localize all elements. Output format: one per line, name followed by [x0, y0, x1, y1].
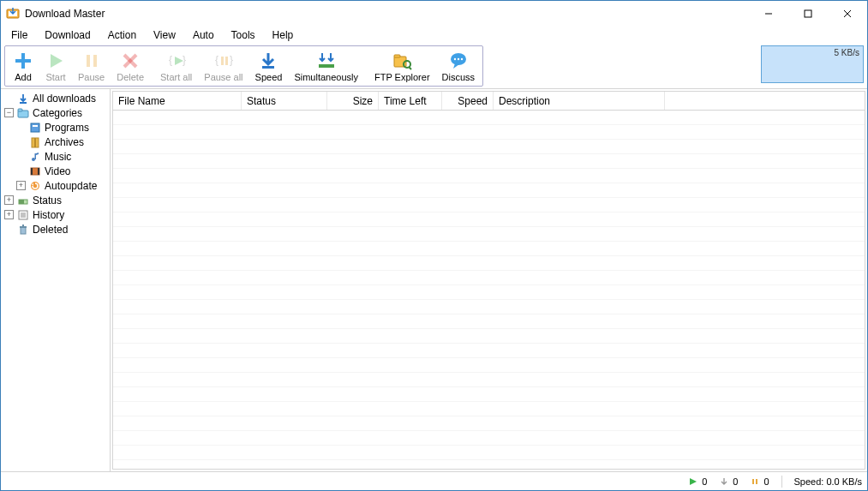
empty-row: [113, 169, 865, 183]
status-speed-text: Speed: 0.0 KB/s: [794, 476, 863, 487]
pause-label: Pause: [78, 72, 105, 82]
tree-node-deleted[interactable]: Deleted: [3, 222, 110, 237]
downloads-icon: [16, 92, 30, 105]
startall-button: {}Start all: [154, 48, 198, 85]
svg-line-25: [409, 67, 411, 69]
pause-icon: [81, 51, 102, 71]
collapser-icon[interactable]: −: [4, 108, 14, 117]
ftpexplorer-icon: [392, 51, 412, 71]
empty-row: [113, 125, 865, 140]
start-button: Start: [39, 48, 72, 85]
svg-rect-56: [756, 479, 757, 484]
svg-rect-52: [20, 226, 27, 228]
app-icon: [6, 7, 20, 21]
folder-icon: [16, 106, 30, 120]
svg-point-38: [32, 158, 35, 161]
menu-help[interactable]: Help: [266, 27, 301, 43]
tree-node-archives[interactable]: Archives: [3, 135, 110, 149]
column-speed[interactable]: Speed: [442, 92, 494, 110]
svg-rect-51: [21, 227, 26, 234]
simultaneously-button[interactable]: Simultaneously: [288, 48, 364, 85]
toolbar: AddStartPauseDelete{}Start all{}Pause al…: [4, 45, 483, 87]
empty-row: [113, 213, 865, 227]
svg-rect-46: [19, 200, 24, 204]
close-button[interactable]: [828, 1, 867, 27]
menu-action[interactable]: Action: [101, 27, 143, 43]
svg-point-30: [461, 57, 463, 59]
play-icon: [688, 476, 698, 487]
delete-icon: [120, 51, 141, 71]
discuss-button[interactable]: Discuss: [436, 48, 482, 85]
tree-label: Video: [45, 165, 70, 177]
menu-download[interactable]: Download: [38, 27, 97, 43]
toolbar-wrap: AddStartPauseDelete{}Start all{}Pause al…: [1, 44, 867, 88]
menu-tools[interactable]: Tools: [224, 27, 262, 43]
menu-auto[interactable]: Auto: [186, 27, 221, 43]
expander-icon[interactable]: +: [4, 195, 14, 205]
svg-marker-8: [51, 54, 63, 68]
svg-rect-23: [394, 55, 400, 57]
download-small-icon: [719, 476, 729, 487]
status-icon: [16, 194, 30, 207]
startall-icon: {}: [166, 51, 187, 71]
column-time-left[interactable]: Time Left: [379, 92, 442, 110]
speed-label: Speed: [255, 72, 283, 82]
tree-label: Programs: [45, 122, 89, 134]
speed-icon: [258, 51, 278, 71]
svg-text:{: {: [215, 54, 218, 66]
empty-row: [113, 183, 865, 198]
main-area: All downloads−CategoriesProgramsArchives…: [1, 88, 867, 471]
menu-view[interactable]: View: [147, 27, 183, 43]
svg-rect-53: [22, 225, 24, 226]
empty-row: [113, 460, 865, 469]
expander-spacer: [16, 166, 26, 176]
discuss-icon: [448, 51, 469, 71]
expander-spacer: [16, 137, 26, 147]
tree-node-video[interactable]: Video: [3, 164, 110, 178]
discuss-label: Discuss: [442, 72, 476, 82]
svg-rect-39: [35, 153, 37, 159]
svg-rect-55: [752, 479, 754, 484]
empty-row: [113, 111, 865, 125]
empty-row: [113, 242, 865, 256]
rows-area[interactable]: [113, 111, 865, 469]
tree-node-music[interactable]: Music: [3, 149, 110, 164]
svg-text:}: }: [183, 54, 186, 66]
minimize-button[interactable]: [749, 1, 788, 27]
tree-node-autoupdate[interactable]: +Autoupdate: [3, 178, 110, 193]
music-icon: [28, 150, 42, 164]
ftpexplorer-button[interactable]: FTP Explorer: [368, 48, 436, 85]
speed-graph[interactable]: 5 KB/s: [761, 45, 864, 83]
column-file-name[interactable]: File Name: [113, 92, 242, 110]
svg-point-29: [458, 57, 459, 59]
menu-file[interactable]: File: [4, 27, 34, 43]
tree-label: History: [33, 209, 64, 221]
tree-node-categories[interactable]: −Categories: [3, 105, 110, 120]
svg-rect-7: [15, 59, 31, 63]
tree-node-history[interactable]: +History: [3, 207, 110, 222]
empty-row: [113, 416, 865, 431]
tree-node-all[interactable]: All downloads: [3, 91, 110, 105]
downloads-list: File NameStatusSizeTime LeftSpeedDescrip…: [112, 91, 865, 470]
autoupdate-icon: [28, 179, 42, 193]
tree-node-programs[interactable]: Programs: [3, 120, 110, 135]
expander-icon[interactable]: +: [16, 181, 26, 190]
column-status[interactable]: Status: [242, 92, 327, 110]
svg-marker-54: [690, 478, 697, 485]
column-description[interactable]: Description: [494, 92, 665, 110]
add-icon: [13, 51, 33, 71]
empty-row: [113, 256, 865, 271]
maximize-button[interactable]: [788, 1, 828, 27]
empty-row: [113, 227, 865, 242]
status-paused-count: 0: [763, 476, 769, 487]
speed-button[interactable]: Speed: [249, 48, 289, 85]
empty-row: [113, 358, 865, 373]
svg-rect-18: [225, 57, 228, 65]
expander-spacer: [16, 152, 26, 161]
expander-icon[interactable]: +: [4, 210, 14, 219]
column-size[interactable]: Size: [327, 92, 379, 110]
column-headers: File NameStatusSizeTime LeftSpeedDescrip…: [113, 92, 865, 111]
add-button[interactable]: Add: [7, 48, 39, 85]
tree-node-status[interactable]: +Status: [3, 193, 110, 207]
svg-point-28: [454, 57, 456, 59]
